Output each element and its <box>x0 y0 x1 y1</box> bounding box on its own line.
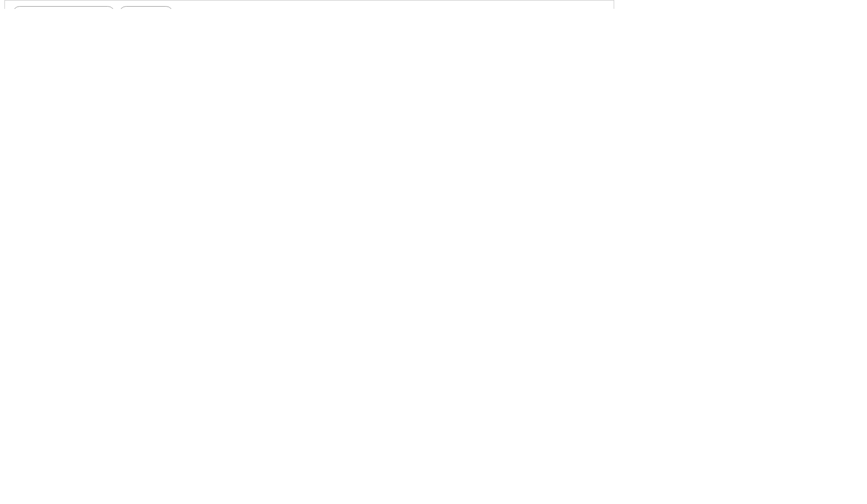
filter-bar: Time range = Last 6 hours ⁺▾ Add Filter <box>5 1 614 9</box>
add-filter-pill[interactable]: ⁺▾ Add Filter <box>119 6 174 9</box>
containers-panel: Time range = Last 6 hours ⁺▾ Add Filter … <box>4 0 614 9</box>
time-range-pill[interactable]: Time range = Last 6 hours <box>13 6 115 9</box>
